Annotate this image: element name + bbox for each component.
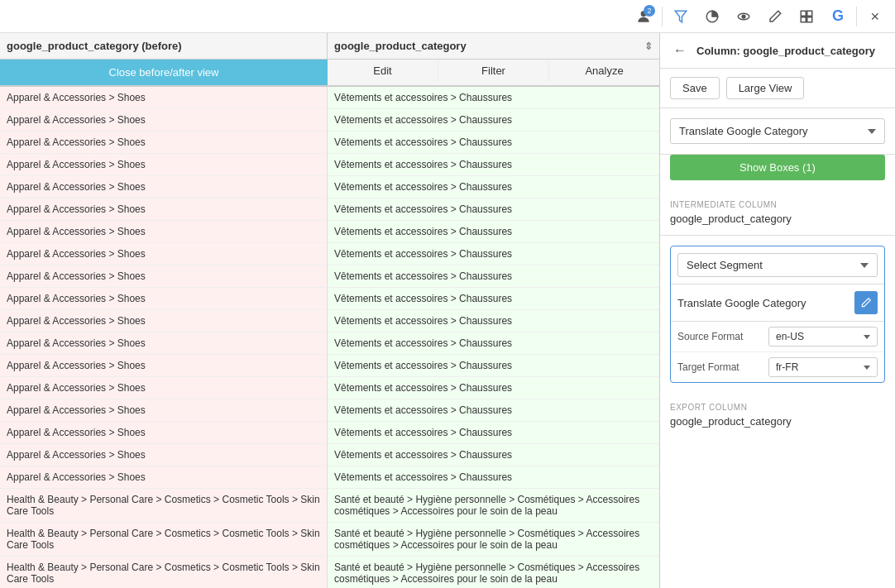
eye-icon[interactable] — [730, 3, 757, 30]
cell-right: Vêtements et accessoires > Chaussures — [328, 466, 659, 488]
column-name-text: google_product_category — [743, 45, 875, 57]
column-label-text: Column: — [696, 45, 740, 57]
right-column-title: google_product_category ⇕ — [328, 33, 659, 60]
cell-right: Vêtements et accessoires > Chaussures — [328, 221, 659, 242]
cell-right: Vêtements et accessoires > Chaussures — [328, 377, 659, 399]
cell-right: Vêtements et accessoires > Chaussures — [328, 444, 659, 466]
table-row: Apparel & Accessories > ShoesVêtements e… — [0, 310, 659, 332]
cell-right: Vêtements et accessoires > Chaussures — [328, 198, 659, 220]
cell-left: Apparel & Accessories > Shoes — [0, 154, 328, 175]
cell-right: Vêtements et accessoires > Chaussures — [328, 310, 659, 332]
right-panel-header: ← Column: google_product_category — [660, 33, 895, 69]
cell-right: Vêtements et accessoires > Chaussures — [328, 422, 659, 443]
sort-icon[interactable]: ⇕ — [644, 41, 653, 52]
cell-left: Apparel & Accessories > Shoes — [0, 265, 328, 287]
close-btn-row: Close before/after view — [0, 60, 328, 85]
cell-right: Vêtements et accessoires > Chaussures — [328, 243, 659, 265]
pie-icon[interactable] — [699, 3, 725, 30]
export-column-label: EXPORT COLUMN — [670, 403, 885, 412]
translate-row: Translate Google Category — [671, 284, 884, 322]
save-button[interactable]: Save — [670, 77, 720, 99]
table-body: Apparel & Accessories > ShoesVêtements e… — [0, 87, 659, 588]
column-headers: google_product_category (before) Close b… — [0, 33, 659, 87]
table-row: Apparel & Accessories > ShoesVêtements e… — [0, 422, 659, 444]
intermediate-column-label: INTERMEDIATE COLUMN — [670, 200, 885, 209]
tab-analyze[interactable]: Analyze — [549, 60, 659, 82]
right-panel: ← Column: google_product_category Save L… — [659, 33, 895, 588]
close-before-after-button[interactable]: Close before/after view — [0, 60, 328, 85]
svg-rect-6 — [807, 11, 812, 16]
table-row: Apparel & Accessories > ShoesVêtements e… — [0, 221, 659, 243]
table-row: Apparel & Accessories > ShoesVêtements e… — [0, 355, 659, 377]
table-row: Apparel & Accessories > ShoesVêtements e… — [0, 154, 659, 176]
target-format-select[interactable]: fr-FR — [768, 357, 878, 377]
right-column-header: google_product_category ⇕ Edit Filter An… — [328, 33, 659, 85]
right-panel-actions: Save Large View — [660, 69, 895, 108]
cell-left: Apparel & Accessories > Shoes — [0, 399, 328, 421]
cell-left: Apparel & Accessories > Shoes — [0, 198, 328, 220]
toolbar-separator-2 — [856, 7, 857, 26]
cell-right: Santé et beauté > Hygiène personnelle > … — [328, 523, 659, 556]
tab-filter[interactable]: Filter — [438, 60, 549, 82]
transform-section: Translate Google Category — [660, 108, 895, 155]
export-column-value: google_product_category — [670, 415, 885, 428]
cell-left: Apparel & Accessories > Shoes — [0, 109, 328, 131]
source-format-select[interactable]: en-US — [768, 327, 878, 347]
svg-rect-5 — [801, 11, 806, 16]
table-row: Apparel & Accessories > ShoesVêtements e… — [0, 332, 659, 355]
translate-edit-button[interactable] — [854, 291, 878, 314]
cell-right: Vêtements et accessoires > Chaussures — [328, 332, 659, 354]
show-boxes-button[interactable]: Show Boxes (1) — [670, 155, 885, 180]
cell-left: Apparel & Accessories > Shoes — [0, 444, 328, 466]
svg-rect-7 — [801, 17, 806, 22]
table-row: Apparel & Accessories > ShoesVêtements e… — [0, 176, 659, 198]
cell-left: Apparel & Accessories > Shoes — [0, 355, 328, 376]
target-format-label: Target Format — [677, 361, 768, 373]
cell-right: Santé et beauté > Hygiène personnelle > … — [328, 489, 659, 522]
cell-right: Santé et beauté > Hygiène personnelle > … — [328, 557, 659, 588]
table-row: Apparel & Accessories > ShoesVêtements e… — [0, 444, 659, 466]
svg-point-4 — [742, 15, 745, 18]
cell-right: Vêtements et accessoires > Chaussures — [328, 176, 659, 198]
translate-label: Translate Google Category — [677, 297, 854, 309]
user-icon[interactable]: 2 — [630, 3, 657, 30]
source-format-row: Source Format en-US — [671, 322, 884, 352]
left-column-header-title: google_product_category (before) — [0, 33, 328, 60]
filter-icon[interactable] — [668, 3, 694, 30]
cell-left: Apparel & Accessories > Shoes — [0, 422, 328, 443]
large-view-button[interactable]: Large View — [726, 77, 805, 99]
cell-left: Apparel & Accessories > Shoes — [0, 377, 328, 399]
close-icon[interactable]: ✕ — [862, 3, 888, 30]
svg-marker-1 — [675, 11, 687, 22]
cell-left: Apparel & Accessories > Shoes — [0, 243, 328, 265]
segment-select[interactable]: Select Segment — [677, 253, 878, 277]
cell-left: Health & Beauty > Personal Care > Cosmet… — [0, 523, 328, 556]
cell-right: Vêtements et accessoires > Chaussures — [328, 265, 659, 287]
table-row: Apparel & Accessories > ShoesVêtements e… — [0, 87, 659, 109]
tab-edit[interactable]: Edit — [328, 60, 438, 82]
table-row: Apparel & Accessories > ShoesVêtements e… — [0, 288, 659, 310]
cell-right: Vêtements et accessoires > Chaussures — [328, 399, 659, 421]
right-panel-title: Column: google_product_category — [696, 45, 875, 57]
table-row: Apparel & Accessories > ShoesVêtements e… — [0, 198, 659, 221]
box-icon[interactable] — [793, 3, 820, 30]
cell-right: Vêtements et accessoires > Chaussures — [328, 288, 659, 309]
target-format-row: Target Format fr-FR — [671, 352, 884, 382]
table-row: Apparel & Accessories > ShoesVêtements e… — [0, 399, 659, 422]
table-row: Apparel & Accessories > ShoesVêtements e… — [0, 377, 659, 399]
svg-rect-8 — [807, 17, 812, 22]
pencil-icon[interactable] — [762, 3, 788, 30]
table-row: Health & Beauty > Personal Care > Cosmet… — [0, 489, 659, 523]
source-format-label: Source Format — [677, 331, 768, 342]
cell-left: Apparel & Accessories > Shoes — [0, 466, 328, 488]
left-header-wrapper: google_product_category (before) Close b… — [0, 33, 328, 85]
segment-select-wrap: Select Segment — [671, 246, 884, 284]
back-button[interactable]: ← — [670, 41, 690, 60]
table-area: google_product_category (before) Close b… — [0, 33, 659, 588]
g-icon[interactable]: G — [825, 3, 851, 30]
cell-left: Apparel & Accessories > Shoes — [0, 310, 328, 332]
export-column-section: EXPORT COLUMN google_product_category — [660, 393, 895, 437]
transform-dropdown[interactable]: Translate Google Category — [670, 118, 885, 144]
table-row: Health & Beauty > Personal Care > Cosmet… — [0, 557, 659, 588]
cell-right: Vêtements et accessoires > Chaussures — [328, 87, 659, 108]
